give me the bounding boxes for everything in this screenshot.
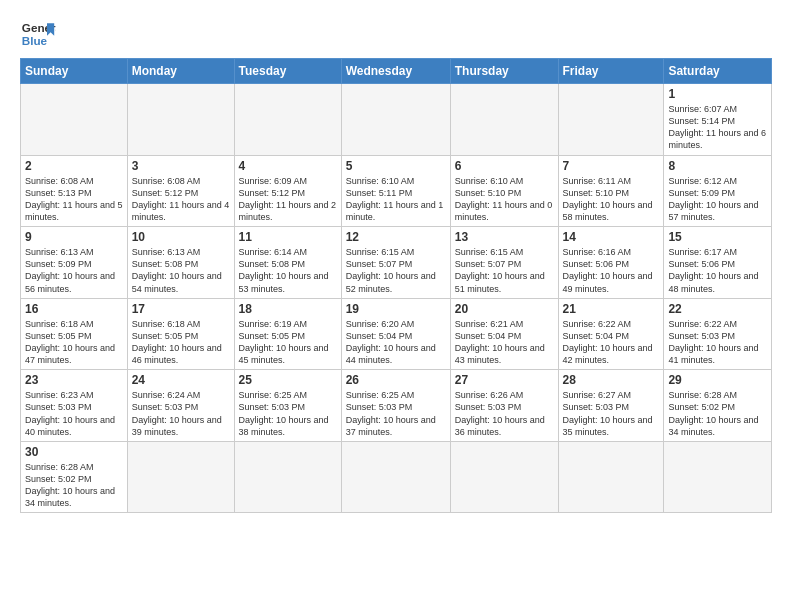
calendar-cell: 6Sunrise: 6:10 AMSunset: 5:10 PMDaylight… [450, 155, 558, 227]
day-number: 18 [239, 302, 337, 316]
col-header-thursday: Thursday [450, 59, 558, 84]
day-number: 3 [132, 159, 230, 173]
day-number: 6 [455, 159, 554, 173]
day-info: Sunrise: 6:17 AMSunset: 5:06 PMDaylight:… [668, 246, 767, 295]
day-number: 9 [25, 230, 123, 244]
calendar-week-row: 9Sunrise: 6:13 AMSunset: 5:09 PMDaylight… [21, 227, 772, 299]
day-number: 17 [132, 302, 230, 316]
day-info: Sunrise: 6:22 AMSunset: 5:04 PMDaylight:… [563, 318, 660, 367]
day-number: 7 [563, 159, 660, 173]
calendar-cell [21, 84, 128, 156]
day-number: 21 [563, 302, 660, 316]
day-info: Sunrise: 6:18 AMSunset: 5:05 PMDaylight:… [25, 318, 123, 367]
calendar-cell [127, 84, 234, 156]
col-header-friday: Friday [558, 59, 664, 84]
calendar-cell: 27Sunrise: 6:26 AMSunset: 5:03 PMDayligh… [450, 370, 558, 442]
day-info: Sunrise: 6:07 AMSunset: 5:14 PMDaylight:… [668, 103, 767, 152]
day-number: 13 [455, 230, 554, 244]
calendar-cell: 30Sunrise: 6:28 AMSunset: 5:02 PMDayligh… [21, 441, 128, 513]
calendar-cell: 25Sunrise: 6:25 AMSunset: 5:03 PMDayligh… [234, 370, 341, 442]
day-number: 23 [25, 373, 123, 387]
day-info: Sunrise: 6:28 AMSunset: 5:02 PMDaylight:… [25, 461, 123, 510]
day-number: 14 [563, 230, 660, 244]
day-number: 16 [25, 302, 123, 316]
day-number: 26 [346, 373, 446, 387]
calendar-cell: 13Sunrise: 6:15 AMSunset: 5:07 PMDayligh… [450, 227, 558, 299]
calendar-cell: 10Sunrise: 6:13 AMSunset: 5:08 PMDayligh… [127, 227, 234, 299]
calendar-cell: 21Sunrise: 6:22 AMSunset: 5:04 PMDayligh… [558, 298, 664, 370]
calendar-cell: 9Sunrise: 6:13 AMSunset: 5:09 PMDaylight… [21, 227, 128, 299]
calendar-cell [664, 441, 772, 513]
day-number: 30 [25, 445, 123, 459]
calendar-cell: 12Sunrise: 6:15 AMSunset: 5:07 PMDayligh… [341, 227, 450, 299]
calendar-cell [558, 441, 664, 513]
day-info: Sunrise: 6:19 AMSunset: 5:05 PMDaylight:… [239, 318, 337, 367]
col-header-monday: Monday [127, 59, 234, 84]
calendar-cell: 4Sunrise: 6:09 AMSunset: 5:12 PMDaylight… [234, 155, 341, 227]
calendar-cell [558, 84, 664, 156]
calendar-cell [450, 441, 558, 513]
calendar-cell: 16Sunrise: 6:18 AMSunset: 5:05 PMDayligh… [21, 298, 128, 370]
calendar-cell: 28Sunrise: 6:27 AMSunset: 5:03 PMDayligh… [558, 370, 664, 442]
day-number: 22 [668, 302, 767, 316]
day-number: 5 [346, 159, 446, 173]
day-number: 28 [563, 373, 660, 387]
day-info: Sunrise: 6:08 AMSunset: 5:13 PMDaylight:… [25, 175, 123, 224]
calendar-header-row: SundayMondayTuesdayWednesdayThursdayFrid… [21, 59, 772, 84]
calendar-cell [127, 441, 234, 513]
day-info: Sunrise: 6:10 AMSunset: 5:10 PMDaylight:… [455, 175, 554, 224]
day-info: Sunrise: 6:15 AMSunset: 5:07 PMDaylight:… [455, 246, 554, 295]
day-info: Sunrise: 6:28 AMSunset: 5:02 PMDaylight:… [668, 389, 767, 438]
day-number: 24 [132, 373, 230, 387]
calendar-cell: 19Sunrise: 6:20 AMSunset: 5:04 PMDayligh… [341, 298, 450, 370]
calendar-cell: 15Sunrise: 6:17 AMSunset: 5:06 PMDayligh… [664, 227, 772, 299]
day-number: 29 [668, 373, 767, 387]
calendar-cell: 14Sunrise: 6:16 AMSunset: 5:06 PMDayligh… [558, 227, 664, 299]
calendar-cell: 3Sunrise: 6:08 AMSunset: 5:12 PMDaylight… [127, 155, 234, 227]
calendar-week-row: 1Sunrise: 6:07 AMSunset: 5:14 PMDaylight… [21, 84, 772, 156]
page: General Blue SundayMondayTuesdayWednesda… [0, 0, 792, 523]
calendar-cell [341, 84, 450, 156]
day-number: 2 [25, 159, 123, 173]
day-number: 10 [132, 230, 230, 244]
day-number: 19 [346, 302, 446, 316]
day-number: 8 [668, 159, 767, 173]
logo: General Blue [20, 16, 56, 52]
calendar-cell: 23Sunrise: 6:23 AMSunset: 5:03 PMDayligh… [21, 370, 128, 442]
day-info: Sunrise: 6:12 AMSunset: 5:09 PMDaylight:… [668, 175, 767, 224]
day-info: Sunrise: 6:16 AMSunset: 5:06 PMDaylight:… [563, 246, 660, 295]
calendar-week-row: 2Sunrise: 6:08 AMSunset: 5:13 PMDaylight… [21, 155, 772, 227]
day-info: Sunrise: 6:13 AMSunset: 5:08 PMDaylight:… [132, 246, 230, 295]
calendar-cell: 17Sunrise: 6:18 AMSunset: 5:05 PMDayligh… [127, 298, 234, 370]
calendar-week-row: 30Sunrise: 6:28 AMSunset: 5:02 PMDayligh… [21, 441, 772, 513]
col-header-sunday: Sunday [21, 59, 128, 84]
col-header-saturday: Saturday [664, 59, 772, 84]
calendar-cell: 2Sunrise: 6:08 AMSunset: 5:13 PMDaylight… [21, 155, 128, 227]
day-info: Sunrise: 6:18 AMSunset: 5:05 PMDaylight:… [132, 318, 230, 367]
header: General Blue [20, 16, 772, 52]
calendar-cell: 24Sunrise: 6:24 AMSunset: 5:03 PMDayligh… [127, 370, 234, 442]
day-info: Sunrise: 6:27 AMSunset: 5:03 PMDaylight:… [563, 389, 660, 438]
day-number: 11 [239, 230, 337, 244]
day-number: 27 [455, 373, 554, 387]
day-number: 1 [668, 87, 767, 101]
day-info: Sunrise: 6:15 AMSunset: 5:07 PMDaylight:… [346, 246, 446, 295]
col-header-tuesday: Tuesday [234, 59, 341, 84]
calendar-cell: 11Sunrise: 6:14 AMSunset: 5:08 PMDayligh… [234, 227, 341, 299]
day-info: Sunrise: 6:20 AMSunset: 5:04 PMDaylight:… [346, 318, 446, 367]
calendar-cell: 22Sunrise: 6:22 AMSunset: 5:03 PMDayligh… [664, 298, 772, 370]
day-info: Sunrise: 6:14 AMSunset: 5:08 PMDaylight:… [239, 246, 337, 295]
calendar-cell: 8Sunrise: 6:12 AMSunset: 5:09 PMDaylight… [664, 155, 772, 227]
day-info: Sunrise: 6:13 AMSunset: 5:09 PMDaylight:… [25, 246, 123, 295]
day-number: 20 [455, 302, 554, 316]
calendar-cell: 1Sunrise: 6:07 AMSunset: 5:14 PMDaylight… [664, 84, 772, 156]
calendar-cell: 7Sunrise: 6:11 AMSunset: 5:10 PMDaylight… [558, 155, 664, 227]
calendar-cell: 18Sunrise: 6:19 AMSunset: 5:05 PMDayligh… [234, 298, 341, 370]
calendar-cell [450, 84, 558, 156]
calendar-cell [234, 441, 341, 513]
calendar-cell [341, 441, 450, 513]
day-info: Sunrise: 6:25 AMSunset: 5:03 PMDaylight:… [346, 389, 446, 438]
svg-text:Blue: Blue [22, 34, 48, 47]
calendar-cell: 5Sunrise: 6:10 AMSunset: 5:11 PMDaylight… [341, 155, 450, 227]
calendar-cell: 26Sunrise: 6:25 AMSunset: 5:03 PMDayligh… [341, 370, 450, 442]
